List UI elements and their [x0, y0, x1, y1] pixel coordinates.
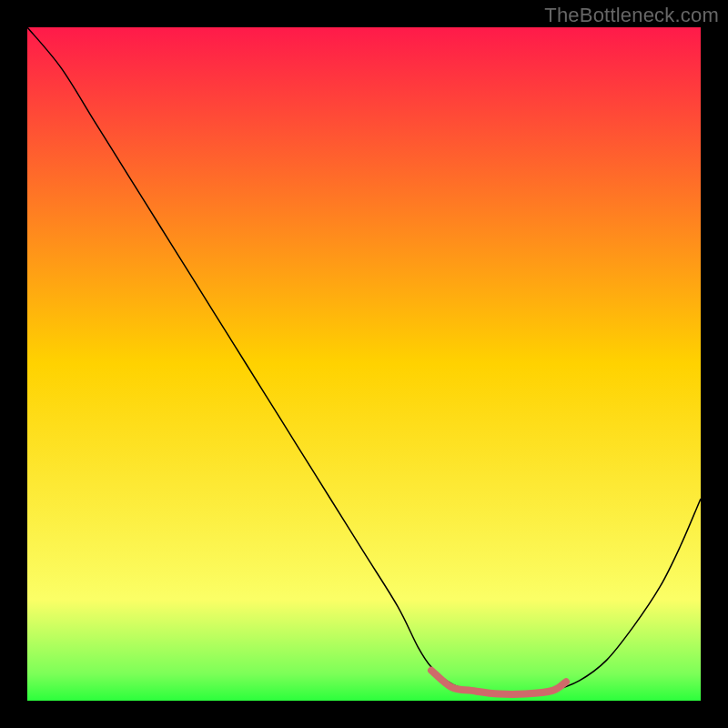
watermark-text: TheBottleneck.com [544, 4, 719, 27]
gradient-background [27, 27, 701, 701]
bottleneck-chart [27, 27, 701, 701]
plot-area [27, 27, 701, 701]
chart-frame: TheBottleneck.com [0, 0, 728, 728]
